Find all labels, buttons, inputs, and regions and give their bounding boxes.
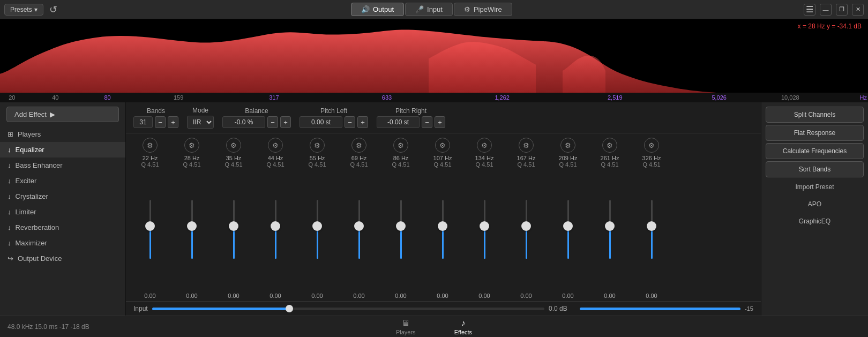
- sidebar-item-exciter[interactable]: ↓ Exciter: [0, 173, 125, 189]
- band-slider-track-12[interactable]: [651, 200, 653, 259]
- band-slider-track-7[interactable]: [442, 200, 444, 259]
- balance-decrease-button[interactable]: −: [267, 116, 278, 128]
- band-value-2: 0.00: [228, 293, 239, 299]
- band-slider-thumb-2[interactable]: [229, 221, 238, 231]
- band-slider-container-9[interactable]: [505, 168, 547, 290]
- hamburger-button[interactable]: ☰: [804, 4, 815, 16]
- band-gear-2[interactable]: ⚙: [226, 138, 241, 153]
- band-slider-track-5[interactable]: [358, 200, 360, 259]
- close-button[interactable]: ✕: [852, 4, 864, 16]
- pitch-left-increase-button[interactable]: +: [357, 116, 368, 128]
- band-slider-container-6[interactable]: [380, 168, 422, 290]
- band-slider-container-10[interactable]: [547, 168, 589, 290]
- band-slider-track-9[interactable]: [526, 200, 527, 259]
- band-slider-track-0[interactable]: [149, 200, 151, 259]
- sort-bands-button[interactable]: Sort Bands: [766, 161, 864, 177]
- band-gear-7[interactable]: ⚙: [435, 138, 450, 153]
- band-gear-12[interactable]: ⚙: [644, 138, 659, 153]
- apo-button[interactable]: APO: [766, 197, 864, 212]
- band-slider-thumb-3[interactable]: [271, 221, 280, 231]
- band-slider-container-1[interactable]: [171, 168, 213, 290]
- band-slider-container-7[interactable]: [422, 168, 463, 290]
- balance-increase-button[interactable]: +: [280, 116, 291, 128]
- eq-band-1: ⚙ 28 Hz Q 4.51 0.00: [171, 138, 213, 301]
- band-slider-track-3[interactable]: [275, 200, 276, 259]
- band-slider-track-6[interactable]: [400, 200, 402, 259]
- band-slider-thumb-1[interactable]: [187, 221, 197, 231]
- band-gear-0[interactable]: ⚙: [143, 138, 158, 153]
- band-slider-thumb-8[interactable]: [480, 221, 489, 231]
- band-slider-thumb-10[interactable]: [563, 221, 573, 231]
- band-slider-thumb-9[interactable]: [521, 221, 531, 231]
- sidebar-item-output-device[interactable]: ↪ Output Device: [0, 251, 125, 266]
- band-gear-6[interactable]: ⚙: [393, 138, 408, 153]
- band-slider-container-2[interactable]: [213, 168, 255, 290]
- band-gear-9[interactable]: ⚙: [519, 138, 534, 153]
- sidebar-item-crystalizer[interactable]: ↓ Crystalizer: [0, 189, 125, 204]
- flat-response-button[interactable]: Flat Response: [766, 125, 864, 141]
- mode-select[interactable]: IIR: [187, 116, 214, 129]
- input-slider-track[interactable]: [152, 308, 544, 310]
- band-slider-thumb-6[interactable]: [396, 221, 406, 231]
- band-gear-11[interactable]: ⚙: [602, 138, 617, 153]
- band-slider-track-1[interactable]: [191, 200, 193, 259]
- band-slider-container-0[interactable]: [129, 168, 171, 290]
- band-slider-track-4[interactable]: [317, 200, 318, 259]
- minimize-button[interactable]: —: [820, 4, 832, 16]
- band-slider-thumb-0[interactable]: [145, 221, 155, 231]
- import-preset-button[interactable]: Import Preset: [766, 179, 864, 194]
- band-slider-thumb-11[interactable]: [605, 221, 615, 231]
- band-slider-container-3[interactable]: [255, 168, 296, 290]
- band-q-7: Q 4.51: [433, 161, 451, 168]
- sidebar-item-limiter[interactable]: ↓ Limiter: [0, 204, 125, 220]
- band-slider-track-8[interactable]: [484, 200, 485, 259]
- band-slider-thumb-7[interactable]: [438, 221, 447, 231]
- add-effect-button[interactable]: Add Effect ▶: [6, 107, 119, 122]
- band-slider-fill-10: [567, 229, 569, 259]
- bands-increase-button[interactable]: +: [168, 116, 178, 128]
- band-slider-track-11[interactable]: [609, 200, 611, 259]
- players-nav-icon: 🖥: [401, 318, 410, 328]
- pitch-right-increase-button[interactable]: +: [435, 116, 445, 128]
- bass-enhancer-icon: ↓: [8, 161, 11, 169]
- tab-output[interactable]: 🔊 Output: [351, 3, 404, 16]
- band-slider-fill-0: [149, 229, 151, 259]
- band-slider-container-11[interactable]: [589, 168, 631, 290]
- sidebar-item-reverberation[interactable]: ↓ Reverberation: [0, 220, 125, 235]
- nav-tab-players[interactable]: 🖥 Players: [387, 316, 424, 338]
- graphiceq-button[interactable]: GraphicEQ: [766, 214, 864, 229]
- tab-pipewire[interactable]: ⚙ PipeWire: [454, 3, 512, 16]
- band-slider-track-2[interactable]: [233, 200, 235, 259]
- band-gear-4[interactable]: ⚙: [310, 138, 325, 153]
- restore-button[interactable]: ❐: [836, 4, 848, 16]
- band-gear-5[interactable]: ⚙: [351, 138, 366, 153]
- pitch-right-decrease-button[interactable]: −: [422, 116, 432, 128]
- band-slider-thumb-5[interactable]: [354, 221, 364, 231]
- tab-input[interactable]: 🎤 Input: [405, 3, 453, 16]
- pitch-left-decrease-button[interactable]: −: [345, 116, 355, 128]
- band-slider-thumb-4[interactable]: [312, 221, 322, 231]
- band-slider-container-8[interactable]: [463, 168, 505, 290]
- band-slider-thumb-12[interactable]: [647, 221, 656, 231]
- band-slider-track-10[interactable]: [567, 200, 569, 259]
- band-slider-container-5[interactable]: [338, 168, 380, 290]
- split-channels-button[interactable]: Split Channels: [766, 107, 864, 123]
- sidebar-item-equalizer[interactable]: ↓ Equalizer: [0, 142, 125, 158]
- refresh-button[interactable]: ↺: [48, 4, 59, 16]
- band-gear-1[interactable]: ⚙: [184, 138, 199, 153]
- nav-tab-effects[interactable]: ♪ Effects: [446, 316, 481, 338]
- bands-decrease-button[interactable]: −: [155, 116, 166, 128]
- band-slider-container-12[interactable]: [631, 168, 672, 290]
- band-q-3: Q 4.51: [266, 161, 284, 168]
- sidebar-item-bass-enhancer[interactable]: ↓ Bass Enhancer: [0, 158, 125, 173]
- presets-button[interactable]: Presets ▾: [4, 4, 43, 16]
- band-freq-8: 134 Hz: [475, 155, 494, 161]
- band-gear-8[interactable]: ⚙: [477, 138, 492, 153]
- sidebar-item-maximizer[interactable]: ↓ Maximizer: [0, 235, 125, 251]
- input-slider-thumb[interactable]: [286, 305, 293, 312]
- sidebar-item-players[interactable]: ⊞ Players: [0, 126, 125, 142]
- band-slider-container-4[interactable]: [296, 168, 338, 290]
- calculate-frequencies-button[interactable]: Calculate Frequencies: [766, 143, 864, 159]
- band-gear-10[interactable]: ⚙: [560, 138, 575, 153]
- band-gear-3[interactable]: ⚙: [268, 138, 283, 153]
